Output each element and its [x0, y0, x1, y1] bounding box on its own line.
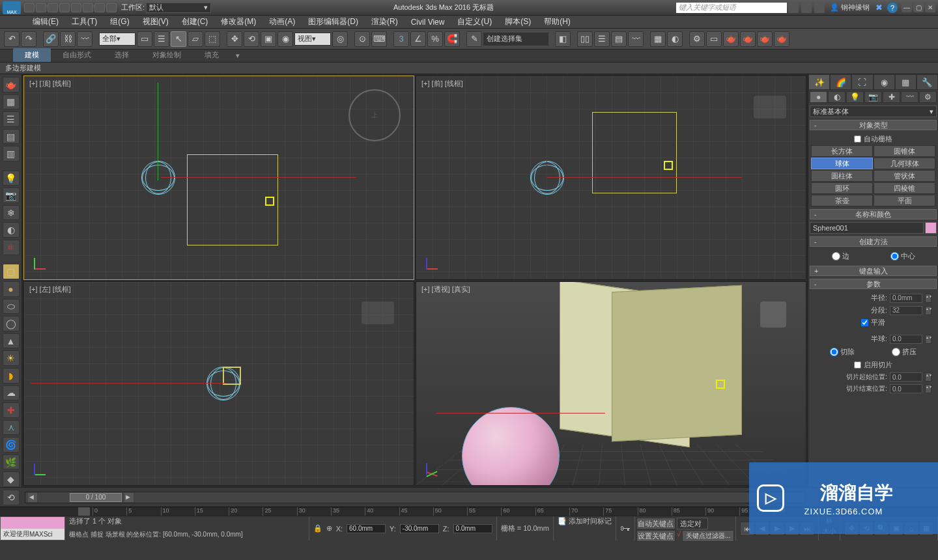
time-slider-thumb[interactable]: 0 / 100: [70, 493, 122, 502]
lt-teapot[interactable]: 🫖: [3, 77, 20, 92]
object-name-input[interactable]: Sphere001: [810, 222, 924, 234]
sliceto-spinner[interactable]: ▲▼: [925, 384, 931, 393]
sphere-object[interactable]: [462, 407, 560, 486]
curve-toggle[interactable]: [78, 507, 90, 516]
menu-grapheditors[interactable]: 图形编辑器(D): [302, 16, 365, 27]
key-lock-icon[interactable]: 🗝: [620, 523, 631, 535]
render-last[interactable]: 🫖: [774, 31, 789, 47]
viewport-persp-label[interactable]: [+] [透视] [真实]: [421, 285, 470, 294]
lock-icon[interactable]: 🔒: [313, 524, 322, 533]
lt-sun[interactable]: ☀: [3, 350, 20, 366]
align-button[interactable]: ▯▯: [577, 31, 593, 47]
help-button[interactable]: ?: [887, 3, 898, 13]
snap-spinner[interactable]: 🧲: [444, 31, 460, 47]
radius-input[interactable]: 0.0mm: [890, 294, 922, 303]
select-by-name[interactable]: ☰: [154, 31, 169, 47]
sliceto-input[interactable]: 0.0: [890, 384, 922, 393]
cmdtab-display[interactable]: ▦: [895, 74, 917, 90]
viewport-front-label[interactable]: [+] [前] [线框]: [421, 79, 463, 89]
minimize-button[interactable]: —: [902, 3, 912, 12]
sphere-wireframe[interactable]: [141, 161, 175, 195]
viewport-perspective[interactable]: [+] [透视] [真实]: [416, 281, 806, 486]
lt-object[interactable]: ◐: [3, 222, 20, 238]
menu-modifiers[interactable]: 修改器(M): [214, 16, 263, 27]
x-input[interactable]: 60.0mm: [347, 524, 386, 533]
gizmo-handle-f[interactable]: [664, 161, 673, 170]
subtab-systems[interactable]: ⚙: [919, 91, 937, 103]
workspace-select[interactable]: 默认▾: [146, 3, 211, 13]
obj-pyramid[interactable]: 四棱锥: [874, 182, 935, 194]
obj-box[interactable]: 长方体: [811, 145, 873, 157]
viewcube-persp[interactable]: [760, 301, 786, 328]
slice-checkbox[interactable]: [854, 361, 861, 369]
exchange-icon[interactable]: ✖: [875, 3, 883, 12]
category-select[interactable]: 标准基本体▾: [810, 105, 937, 117]
autokey-button[interactable]: 自动关键点: [636, 518, 675, 529]
user-account[interactable]: 👤 钢神缘钢: [830, 3, 870, 12]
render-preview[interactable]: 🫖: [757, 31, 773, 47]
time-slider-track[interactable]: ◄ 0 / 100 ►: [25, 492, 805, 503]
rollout-keyboard-input[interactable]: 键盘输入: [810, 266, 937, 276]
obj-plane[interactable]: 平面: [874, 195, 935, 206]
search-input[interactable]: 键入关键字或短语: [676, 3, 787, 13]
qat-undoarrow[interactable]: [83, 3, 93, 12]
render-setup[interactable]: ⚙: [689, 31, 705, 47]
viewport-top-label[interactable]: [+] [顶] [线框]: [29, 79, 71, 89]
keyboard-shortcut[interactable]: ⌨: [371, 31, 387, 47]
hemi-input[interactable]: 0.0: [890, 335, 922, 344]
z-input[interactable]: 0.0mm: [453, 524, 492, 533]
undo-button[interactable]: ↶: [4, 31, 20, 47]
obj-teapot[interactable]: 茶壶: [811, 195, 873, 206]
lt-plant[interactable]: 🌿: [3, 455, 20, 470]
segments-input[interactable]: 32: [890, 306, 922, 315]
render-production[interactable]: 🫖: [723, 31, 739, 47]
setkey-button[interactable]: 设置关键点: [636, 530, 675, 542]
viewcube-left[interactable]: [362, 301, 394, 324]
autogrid-checkbox[interactable]: [854, 135, 861, 143]
slicefrom-spinner[interactable]: ▲▼: [925, 372, 931, 382]
select-pointer[interactable]: ↖: [171, 31, 186, 47]
obj-tube[interactable]: 管状体: [874, 170, 935, 182]
lt-helper[interactable]: ✚: [3, 402, 20, 418]
keymode-select[interactable]: 选定对: [677, 518, 708, 529]
obj-geosphere[interactable]: 几何球体: [874, 158, 935, 169]
smooth-checkbox[interactable]: [861, 319, 868, 326]
viewport-left-label[interactable]: [+] [左] [线框]: [29, 285, 71, 294]
rect-select[interactable]: ▱: [188, 31, 203, 47]
manipulate[interactable]: ⊙: [354, 31, 370, 47]
lt-cloud[interactable]: ☁: [3, 385, 20, 401]
lt-rock[interactable]: ◆: [3, 471, 20, 487]
subtab-lights[interactable]: 💡: [846, 91, 864, 103]
snap-2d[interactable]: 3: [393, 31, 409, 47]
maximize-button[interactable]: ▢: [913, 3, 924, 12]
qat-redoarrow[interactable]: [94, 3, 105, 12]
lt-display2[interactable]: ▥: [3, 146, 20, 161]
menu-render[interactable]: 渲染(R): [365, 16, 405, 27]
box-wireframe[interactable]: [187, 154, 278, 245]
snap-percent[interactable]: %: [427, 31, 443, 47]
cmdtab-utilities[interactable]: 🔧: [917, 74, 938, 90]
menu-group[interactable]: 组(G): [104, 16, 135, 27]
layer-dialog[interactable]: ☰: [594, 31, 610, 47]
lt-display1[interactable]: ▤: [3, 129, 20, 145]
rotate-button[interactable]: ⟲: [244, 31, 259, 47]
menu-view[interactable]: 视图(V): [136, 16, 175, 27]
qat-open[interactable]: [36, 3, 46, 12]
named-sel-edit[interactable]: ✎: [466, 31, 482, 47]
qat-undo[interactable]: [59, 3, 70, 12]
comm-icon[interactable]: [801, 3, 812, 13]
lt-torus[interactable]: ◯: [3, 316, 20, 331]
lt-cone[interactable]: ▲: [3, 333, 20, 349]
toggle-ribbon[interactable]: ▤: [611, 31, 627, 47]
script-listener[interactable]: 欢迎使用 MAXSci: [0, 516, 65, 540]
ribbon-tab-objectpaint[interactable]: 对象绘制: [141, 48, 193, 62]
radio-chop[interactable]: 切除: [830, 347, 855, 357]
y-input[interactable]: -30.0mm: [400, 524, 439, 533]
unlink-button[interactable]: ⛓: [60, 31, 76, 47]
radio-edge[interactable]: 边: [832, 251, 849, 261]
cmdtab-modify[interactable]: 🌈: [830, 74, 851, 90]
subtab-geometry[interactable]: ●: [810, 91, 827, 103]
schematic-view[interactable]: ▦: [650, 31, 666, 47]
qat-redo[interactable]: [71, 3, 81, 12]
ribbon-tab-selection[interactable]: 选择: [103, 48, 141, 62]
